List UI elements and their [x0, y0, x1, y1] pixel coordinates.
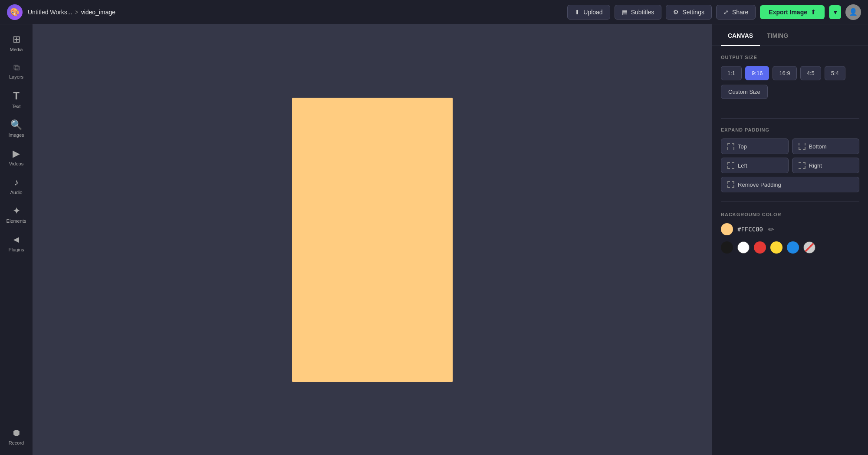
preset-blue[interactable]	[787, 241, 799, 254]
output-size-label: OUTPUT SIZE	[721, 55, 859, 60]
expand-padding-label: EXPAND PADDING	[721, 127, 859, 132]
preset-none[interactable]	[803, 241, 815, 254]
preset-red[interactable]	[754, 241, 766, 254]
subtitles-icon: ▤	[622, 9, 628, 16]
padding-row-remove: Remove Padding	[721, 177, 859, 192]
media-icon: ⊞	[13, 34, 20, 45]
export-icon: ⬆	[811, 9, 816, 16]
preset-yellow[interactable]	[770, 241, 783, 254]
avatar[interactable]: 👤	[845, 4, 861, 20]
current-color-swatch[interactable]	[721, 223, 733, 235]
upload-icon: ⬆	[575, 9, 580, 16]
eyedropper-button[interactable]: ✏	[767, 224, 775, 234]
canvas-content	[292, 98, 453, 382]
padding-row-left-right: Left Right	[721, 158, 859, 173]
custom-size-button[interactable]: Custom Size	[721, 85, 768, 99]
padding-btn-bottom[interactable]: Bottom	[792, 138, 860, 154]
sidebar-item-label: Elements	[7, 218, 26, 224]
padding-top-icon	[727, 143, 734, 150]
size-options: 1:1 9:16 16:9 4:5 5:4	[721, 66, 859, 80]
settings-icon: ⚙	[673, 9, 679, 16]
header: 🎨 Untitled Works... > video_image ⬆ Uplo…	[0, 0, 868, 24]
sidebar-item-label: Record	[9, 440, 24, 445]
background-color-label: BACKGROUND COLOR	[721, 212, 859, 217]
padding-bottom-icon	[799, 143, 806, 150]
sidebar-item-label: Images	[8, 132, 24, 138]
eyedropper-icon: ✏	[768, 226, 774, 233]
current-color-value: #FFCC80	[737, 226, 763, 233]
preset-white[interactable]	[737, 241, 750, 254]
tab-timing[interactable]: TIMING	[760, 24, 795, 46]
size-btn-9-16[interactable]: 9:16	[745, 66, 769, 80]
images-icon: 🔍	[10, 119, 22, 131]
sidebar-item-label: Layers	[9, 74, 23, 79]
layers-icon: ⧉	[13, 63, 20, 73]
sidebar-item-videos[interactable]: ▶ Videos	[2, 144, 31, 171]
padding-btn-remove[interactable]: Remove Padding	[721, 177, 859, 192]
size-btn-4-5[interactable]: 4:5	[800, 66, 821, 80]
tab-canvas[interactable]: CANVAS	[721, 24, 760, 46]
sidebar-item-label: Videos	[9, 161, 23, 166]
padding-btn-top[interactable]: Top	[721, 138, 789, 154]
subtitles-button[interactable]: ▤ Subtitles	[615, 5, 662, 20]
upload-button[interactable]: ⬆ Upload	[567, 5, 610, 20]
size-btn-5-4[interactable]: 5:4	[825, 66, 845, 80]
plugins-icon: ◄	[12, 234, 21, 245]
sidebar-item-images[interactable]: 🔍 Images	[2, 115, 31, 142]
padding-row-top-bottom: Top Bottom	[721, 138, 859, 154]
scene-name: video_image	[81, 9, 115, 16]
breadcrumb: Untitled Works... > video_image	[28, 9, 115, 16]
divider-1	[721, 118, 859, 119]
breadcrumb-separator: >	[75, 9, 78, 16]
padding-left-icon	[727, 162, 734, 169]
elements-icon: ✦	[13, 205, 20, 217]
header-actions: ⬆ Upload ▤ Subtitles ⚙ Settings ⤢ Share …	[567, 4, 861, 20]
sidebar-item-text[interactable]: T Text	[2, 86, 31, 113]
size-btn-16-9[interactable]: 16:9	[773, 66, 796, 80]
videos-icon: ▶	[13, 148, 20, 159]
size-btn-1-1[interactable]: 1:1	[721, 66, 742, 80]
canvas-area	[33, 24, 712, 455]
panel-body: OUTPUT SIZE 1:1 9:16 16:9 4:5 5:4	[712, 46, 868, 262]
bg-color-row: #FFCC80 ✏	[721, 223, 859, 235]
panel-tabs: CANVAS TIMING	[712, 24, 868, 46]
project-name[interactable]: Untitled Works...	[28, 9, 72, 16]
sidebar-item-record[interactable]: ⏺ Record	[2, 423, 31, 450]
padding-btn-left[interactable]: Left	[721, 158, 789, 173]
export-button[interactable]: Export Image ⬆	[760, 5, 825, 19]
sidebar-item-media[interactable]: ⊞ Media	[2, 30, 31, 56]
sidebar-item-layers[interactable]: ⧉ Layers	[2, 58, 31, 84]
sidebar-left: ⊞ Media ⧉ Layers T Text 🔍 Images ▶ Video…	[0, 24, 33, 455]
text-icon: T	[13, 90, 20, 102]
app-logo: 🎨	[7, 4, 23, 20]
padding-right-icon	[799, 162, 806, 169]
sidebar-item-audio[interactable]: ♪ Audio	[2, 172, 31, 199]
export-dropdown-button[interactable]: ▾	[829, 5, 841, 19]
color-presets	[721, 241, 859, 254]
chevron-down-icon: ▾	[834, 9, 837, 16]
share-icon: ⤢	[723, 9, 729, 16]
sidebar-item-label: Plugins	[8, 247, 24, 252]
sidebar-item-label: Text	[12, 104, 20, 109]
preset-black[interactable]	[721, 241, 733, 254]
settings-button[interactable]: ⚙ Settings	[666, 5, 712, 20]
record-icon: ⏺	[12, 427, 21, 439]
sidebar-item-label: Media	[10, 47, 23, 52]
share-button[interactable]: ⤢ Share	[716, 5, 756, 20]
audio-icon: ♪	[14, 177, 19, 188]
main: ⊞ Media ⧉ Layers T Text 🔍 Images ▶ Video…	[0, 24, 868, 455]
divider-2	[721, 201, 859, 201]
padding-btn-right[interactable]: Right	[792, 158, 860, 173]
sidebar-item-plugins[interactable]: ◄ Plugins	[2, 230, 31, 257]
padding-remove-icon	[727, 181, 734, 188]
sidebar-item-label: Audio	[10, 190, 22, 195]
panel-right: CANVAS TIMING OUTPUT SIZE 1:1 9:16 16:9	[712, 24, 868, 455]
padding-grid: Top Bottom Left Right	[721, 138, 859, 192]
sidebar-item-elements[interactable]: ✦ Elements	[2, 201, 31, 228]
